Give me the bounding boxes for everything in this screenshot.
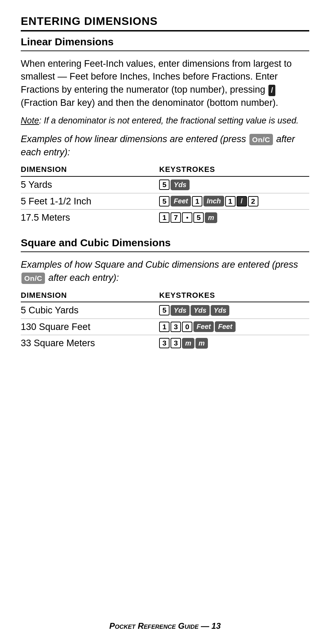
key-yds1: Yds <box>171 305 190 316</box>
square-example-text: Examples of how Square and Cubic dimensi… <box>21 258 309 285</box>
keys-cell: 5 Yds Yds Yds <box>159 305 309 316</box>
footer: Pocket Reference Guide — 13 <box>0 620 330 632</box>
onc-key-linear: On/C <box>249 134 273 145</box>
key-5: 5 <box>193 212 204 223</box>
keys-cell: 1 7 • 5 m <box>159 212 309 223</box>
table-row: 5 Cubic Yards 5 Yds Yds Yds <box>21 302 309 319</box>
title-rule <box>21 30 309 31</box>
footer-text: Pocket Reference Guide — 13 <box>109 621 221 631</box>
key-yds: Yds <box>171 180 190 190</box>
key-3b: 3 <box>171 338 181 348</box>
dim-cell: 5 Feet 1-1/2 Inch <box>21 195 159 208</box>
dim-cell: 17.5 Meters <box>21 211 159 224</box>
key-inch: Inch <box>203 196 224 206</box>
linear-dim-header: DIMENSION <box>21 164 159 175</box>
dim-cell: 130 Square Feet <box>21 321 159 333</box>
linear-table-header: DIMENSION KEYSTROKES <box>21 164 309 177</box>
table-row: 5 Feet 1-1/2 Inch 5 Feet 1 Inch 1 / 2 <box>21 193 309 210</box>
key-m2: m <box>195 338 208 349</box>
key-dot: • <box>182 212 192 223</box>
square-section-rule <box>21 251 309 252</box>
key-3a: 3 <box>159 338 169 348</box>
linear-table: DIMENSION KEYSTROKES 5 Yards 5 Yds 5 Fee… <box>21 164 309 226</box>
key-0: 0 <box>182 322 192 332</box>
table-row: 130 Square Feet 1 3 0 Feet Feet <box>21 319 309 335</box>
square-section-title: Square and Cubic Dimensions <box>21 236 309 250</box>
key-5: 5 <box>159 180 169 190</box>
key-7: 7 <box>171 212 181 223</box>
linear-example-text: Examples of how linear dimensions are en… <box>21 133 309 159</box>
linear-body-text: When entering Feet-Inch values, enter di… <box>21 57 309 110</box>
square-table: DIMENSION KEYSTROKES 5 Cubic Yards 5 Yds… <box>21 290 309 351</box>
key-1: 1 <box>159 212 169 223</box>
key-feet: Feet <box>171 196 191 206</box>
keys-cell: 5 Feet 1 Inch 1 / 2 <box>159 196 309 206</box>
key-slash: / <box>237 196 247 206</box>
key-1b: 1 <box>225 196 236 206</box>
square-keys-header: KEYSTROKES <box>159 290 309 301</box>
key-m1: m <box>182 338 194 349</box>
dim-cell: 33 Square Meters <box>21 337 159 349</box>
table-row: 5 Yards 5 Yds <box>21 177 309 193</box>
key-feet1: Feet <box>193 321 214 332</box>
key-1: 1 <box>159 322 169 332</box>
key-3: 3 <box>171 322 181 332</box>
key-m: m <box>205 212 217 223</box>
linear-section-title: Linear Dimensions <box>21 35 309 49</box>
key-5: 5 <box>159 196 169 206</box>
keys-cell: 3 3 m m <box>159 338 309 349</box>
key-2: 2 <box>248 196 258 206</box>
key-5: 5 <box>159 305 169 315</box>
note-text: Note: If a denominator is not entered, t… <box>21 114 309 127</box>
linear-section: Linear Dimensions When entering Feet-Inc… <box>21 35 309 226</box>
square-section: Square and Cubic Dimensions Examples of … <box>21 236 309 351</box>
linear-keys-header: KEYSTROKES <box>159 164 309 175</box>
key-yds2: Yds <box>191 305 210 316</box>
note-label: Note <box>21 116 39 125</box>
key-1: 1 <box>192 196 202 206</box>
key-yds3: Yds <box>211 305 230 316</box>
keys-cell: 5 Yds <box>159 180 309 190</box>
main-title: ENTERING DIMENSIONS <box>21 14 309 29</box>
square-table-header: DIMENSION KEYSTROKES <box>21 290 309 303</box>
square-dim-header: DIMENSION <box>21 290 159 301</box>
onc-key-square: On/C <box>21 273 45 284</box>
key-feet2: Feet <box>215 321 235 332</box>
dim-cell: 5 Yards <box>21 178 159 191</box>
dim-cell: 5 Cubic Yards <box>21 304 159 316</box>
table-row: 17.5 Meters 1 7 • 5 m <box>21 210 309 226</box>
table-row: 33 Square Meters 3 3 m m <box>21 335 309 351</box>
keys-cell: 1 3 0 Feet Feet <box>159 321 309 332</box>
fraction-bar-icon: / <box>268 85 275 96</box>
linear-section-rule <box>21 50 309 51</box>
